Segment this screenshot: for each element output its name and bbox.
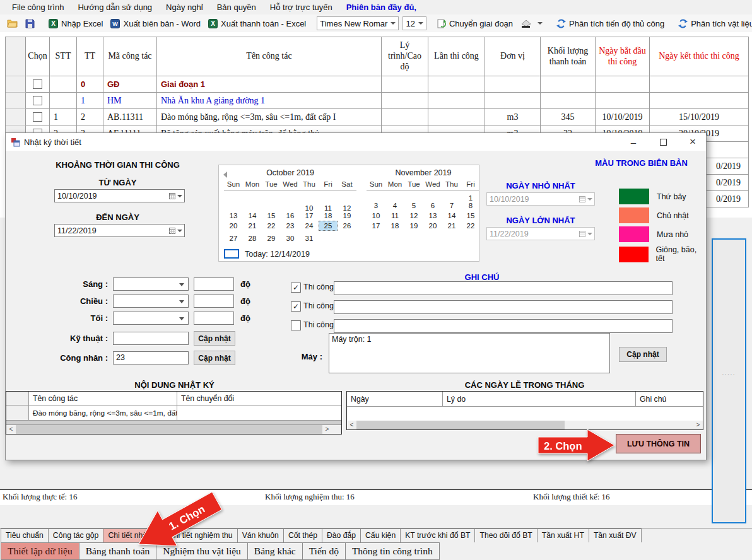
grid-header-3[interactable]: TT — [77, 37, 103, 76]
menu-item-1[interactable]: Hướng dẫn sử dụng — [71, 0, 159, 15]
menu-item-0[interactable]: File công trình — [5, 0, 71, 15]
calendar-day[interactable]: 18 — [385, 221, 404, 231]
weather-select[interactable] — [113, 312, 189, 325]
change-phase-button[interactable]: Chuyển giai đoạn — [434, 18, 516, 30]
tab1-10[interactable]: Tần xuất HT — [537, 528, 589, 543]
scroll-left-icon[interactable]: < — [6, 425, 16, 434]
calendar-day[interactable]: 17 — [367, 221, 385, 231]
update-machine-button[interactable]: Cập nhật — [619, 347, 667, 362]
to-date-picker[interactable]: 11/22/2019 — [54, 224, 185, 237]
tab2-0[interactable]: Thiết lập dữ liệu — [1, 542, 79, 560]
diary-table-row[interactable]: Đào móng băng, rộng <=3m, sâu <=1m, đất … — [6, 405, 341, 421]
calendar-day[interactable]: 29 — [262, 233, 281, 243]
export-excel-button[interactable]: X Xuất thanh toán - Excel — [205, 18, 309, 30]
calendar-day[interactable]: 26 — [338, 221, 356, 231]
table-row[interactable]: 1HMNhà Ăn khu A giảng đường 1 — [6, 93, 749, 109]
row-selector[interactable] — [6, 405, 29, 421]
calendar-day[interactable]: 13 — [224, 211, 243, 221]
row-checkbox[interactable] — [33, 79, 42, 89]
technician-input[interactable] — [113, 332, 189, 345]
calendar-day[interactable]: 21 — [243, 221, 262, 231]
export-word-button[interactable]: W Xuất biên bản - Word — [107, 18, 204, 30]
calendar-day[interactable]: 20 — [423, 221, 442, 231]
tab1-9[interactable]: Theo dõi đổ BT — [474, 528, 537, 543]
calendar-day[interactable]: 23 — [281, 221, 300, 231]
row-checkbox[interactable] — [33, 96, 42, 105]
side-panel[interactable]: ····· — [712, 238, 746, 523]
tab2-5[interactable]: Thông tin công trình — [345, 542, 440, 560]
column-header[interactable]: Lý do — [443, 392, 636, 407]
save-info-button[interactable]: LƯU THÔNG TIN — [616, 434, 701, 453]
tab1-5[interactable]: Cốt thép — [283, 528, 322, 543]
maximize-button[interactable] — [650, 133, 676, 151]
grid-header-6[interactable]: Lý trình/Cao độ — [382, 37, 428, 76]
calendar-dropdown-icon[interactable] — [167, 225, 184, 236]
calendar-day[interactable]: 25 — [319, 221, 338, 231]
grid-header-11[interactable]: Ngày kết thúc thi công — [650, 37, 749, 76]
calendar-day[interactable]: 30 — [281, 233, 300, 243]
minimize-button[interactable]: – — [621, 133, 646, 151]
calendar-day[interactable]: 19 — [404, 221, 423, 231]
grid-header-4[interactable]: Mã công tác — [103, 37, 157, 76]
weather-select[interactable] — [113, 277, 189, 291]
calendar-dropdown-icon[interactable] — [167, 190, 184, 202]
month-calendar[interactable]: October 2019SunMonTueWedThuFriSat1011121… — [218, 165, 479, 262]
table-row[interactable]: 12AB.11311Đào móng băng, rộng <=3m, sâu … — [6, 109, 749, 125]
import-excel-button[interactable]: X Nhập Excel — [45, 18, 106, 30]
open-file-button[interactable] — [4, 18, 21, 29]
temperature-input[interactable] — [194, 312, 234, 325]
font-size-select[interactable]: 12 — [402, 16, 426, 30]
column-header[interactable]: Tên chuyển đổi — [177, 392, 341, 405]
close-button[interactable]: × — [680, 133, 705, 151]
grid-header-9[interactable]: Khối lượng thanh toán — [541, 37, 596, 76]
thi-cong-checkbox[interactable]: ✓ — [291, 283, 301, 293]
weather-select[interactable] — [113, 295, 189, 308]
machine-textarea[interactable]: Máy trộn: 1 — [329, 333, 610, 373]
tab1-0[interactable]: Tiêu chuẩn — [1, 528, 49, 543]
calendar-day[interactable]: 27 — [224, 233, 243, 243]
calendar-day[interactable]: 31 — [300, 233, 319, 243]
calendar-day[interactable]: 4 — [385, 201, 404, 211]
tab1-4[interactable]: Ván khuôn — [237, 528, 284, 543]
save-button[interactable] — [22, 18, 38, 30]
calendar-today-row[interactable]: Today: 12/14/2019 — [224, 249, 310, 259]
tab1-6[interactable]: Đào đắp — [322, 528, 361, 543]
calendar-day[interactable]: 15 — [461, 211, 479, 221]
calendar-day[interactable]: 21 — [442, 221, 461, 231]
note-input[interactable] — [334, 319, 673, 333]
note-input[interactable] — [334, 281, 673, 295]
scroll-right-icon[interactable]: > — [693, 421, 703, 429]
tab1-1[interactable]: Công tác gộp — [48, 528, 104, 543]
tab2-3[interactable]: Bảng khác — [247, 542, 303, 560]
calendar-day[interactable]: 17 — [300, 211, 319, 221]
grid-header-7[interactable]: Lần thi công — [428, 37, 485, 76]
calendar-day[interactable]: 15 — [262, 211, 281, 221]
dialog-title-bar[interactable]: Nhật ký thời tiết – × — [6, 133, 706, 151]
calendar-day[interactable]: 13 — [423, 211, 442, 221]
calendar-day[interactable]: 5 — [404, 201, 423, 211]
calendar-day[interactable]: 16 — [281, 211, 300, 221]
calendar-day[interactable]: 22 — [461, 221, 479, 231]
temperature-input[interactable] — [194, 295, 234, 308]
scroll-right-icon[interactable]: > — [322, 425, 332, 434]
tab1-11[interactable]: Tần xuất ĐV — [589, 528, 642, 543]
thi-cong-checkbox[interactable]: ✓ — [291, 301, 301, 312]
update-technician-button[interactable]: Cập nhật — [194, 331, 235, 346]
scroll-left-icon[interactable]: < — [347, 421, 356, 429]
table-row[interactable]: 0GĐGiai đoạn 1 — [6, 76, 749, 93]
calendar-day[interactable]: 14 — [442, 211, 461, 221]
calendar-day[interactable]: 6 — [423, 201, 442, 211]
grid-header-10[interactable]: Ngày bắt đầu thi công — [596, 37, 650, 76]
column-header[interactable]: Tên công tác — [29, 392, 177, 405]
calendar-day[interactable]: 3 — [367, 201, 385, 211]
temperature-input[interactable] — [194, 277, 234, 291]
grid-header-5[interactable]: Tên công tác — [157, 37, 382, 76]
from-date-picker[interactable]: 10/10/2019 — [54, 189, 185, 202]
tab1-8[interactable]: KT trước khi đổ BT — [400, 528, 475, 543]
grid-header-2[interactable]: STT — [50, 37, 77, 76]
thi-cong-checkbox[interactable] — [291, 320, 301, 330]
fill-tool-button[interactable] — [517, 18, 546, 29]
calendar-day[interactable]: 14 — [243, 211, 262, 221]
calendar-day[interactable]: 24 — [300, 221, 319, 231]
analyze-progress-button[interactable]: Phân tích tiến độ thủ công — [553, 18, 667, 30]
